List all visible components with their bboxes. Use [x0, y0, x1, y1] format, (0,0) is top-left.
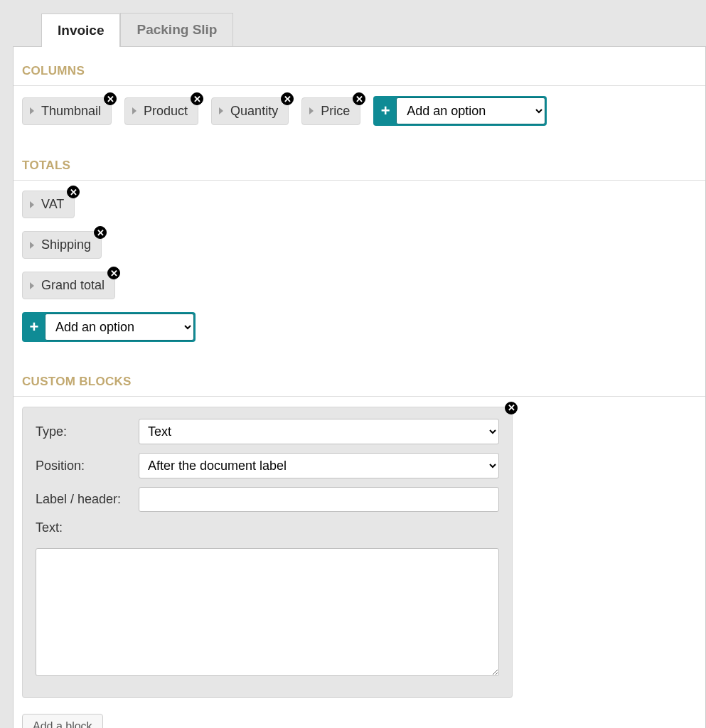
close-icon[interactable]: ✕ [104, 92, 117, 105]
block-type-label: Type: [36, 424, 139, 439]
chip-label: Grand total [41, 278, 105, 293]
document-tabs: Invoice Packing Slip [41, 13, 706, 46]
block-position-label: Position: [36, 459, 139, 473]
block-position-select[interactable]: After the document label [139, 453, 499, 478]
add-total-option: + Add an option [22, 312, 196, 342]
caret-right-icon [219, 107, 223, 114]
block-text-label: Text: [36, 520, 139, 535]
close-icon[interactable]: ✕ [353, 92, 365, 105]
add-total-select[interactable]: Add an option [45, 314, 194, 341]
caret-right-icon [132, 107, 137, 114]
plus-icon: + [375, 97, 396, 124]
custom-block-card: ✕ Type: Text Position: After the documen… [22, 407, 513, 698]
chip-label: Quantity [230, 104, 278, 119]
chip-label: Product [144, 104, 188, 119]
tab-invoice[interactable]: Invoice [41, 14, 120, 47]
chip-label: VAT [41, 197, 64, 212]
caret-right-icon [30, 282, 34, 289]
chip-label: Shipping [41, 237, 91, 252]
block-header-input[interactable] [139, 487, 499, 512]
total-chip-grand-total[interactable]: Grand total ✕ [22, 272, 115, 299]
caret-right-icon [30, 201, 34, 208]
totals-chips-col: VAT ✕ Shipping ✕ Grand total ✕ + Add an … [22, 191, 697, 342]
chip-label: Price [321, 104, 350, 119]
chip-label: Thumbnail [41, 104, 101, 119]
column-chip-product[interactable]: Product ✕ [124, 97, 198, 125]
plus-icon: + [23, 314, 45, 341]
close-icon[interactable]: ✕ [505, 402, 518, 414]
close-icon[interactable]: ✕ [94, 226, 107, 239]
total-chip-shipping[interactable]: Shipping ✕ [22, 231, 102, 259]
block-text-textarea[interactable] [36, 548, 499, 676]
close-icon[interactable]: ✕ [67, 186, 80, 198]
block-header-label: Label / header: [36, 492, 139, 507]
section-title-columns: COLUMNS [14, 51, 705, 86]
column-chip-price[interactable]: Price ✕ [301, 97, 360, 125]
caret-right-icon [309, 107, 314, 114]
tab-packing-slip[interactable]: Packing Slip [120, 13, 233, 46]
total-chip-vat[interactable]: VAT ✕ [22, 191, 75, 218]
close-icon[interactable]: ✕ [107, 267, 120, 279]
close-icon[interactable]: ✕ [191, 92, 203, 105]
column-chip-quantity[interactable]: Quantity ✕ [211, 97, 289, 125]
caret-right-icon [30, 242, 34, 249]
section-title-totals: TOTALS [14, 146, 705, 181]
settings-panel: COLUMNS Thumbnail ✕ Product ✕ Quantity ✕ [13, 46, 706, 728]
caret-right-icon [30, 107, 34, 114]
column-chip-thumbnail[interactable]: Thumbnail ✕ [22, 97, 112, 125]
section-title-custom-blocks: CUSTOM BLOCKS [14, 362, 705, 397]
add-column-select[interactable]: Add an option [396, 97, 545, 124]
columns-chips-row: Thumbnail ✕ Product ✕ Quantity ✕ Price ✕ [22, 96, 697, 126]
add-block-button[interactable]: Add a block [22, 714, 103, 728]
block-type-select[interactable]: Text [139, 419, 499, 444]
add-column-option: + Add an option [373, 96, 547, 126]
close-icon[interactable]: ✕ [281, 92, 294, 105]
